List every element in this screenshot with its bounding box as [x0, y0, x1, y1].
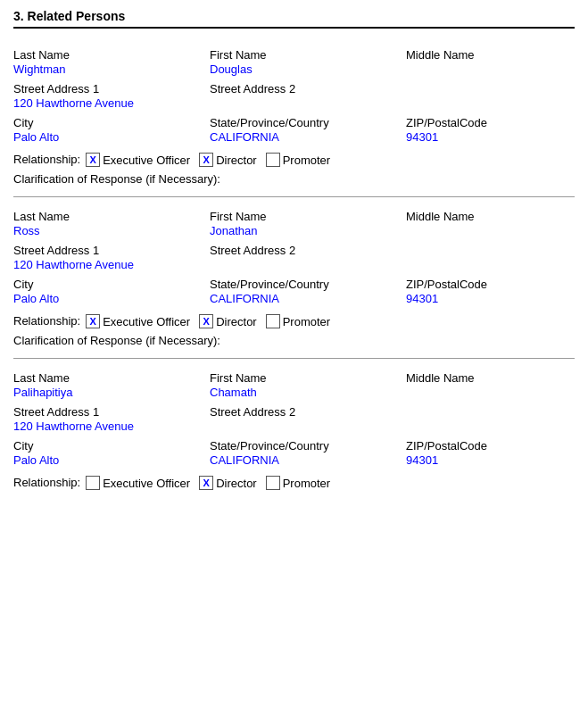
- name-row-3: Last Name Palihapitiya First Name Chamat…: [13, 371, 575, 403]
- city-state-row-3: City Palo Alto State/Province/Country CA…: [13, 439, 575, 470]
- director-checkbox-2[interactable]: X: [199, 314, 213, 328]
- section-header: 3. Related Persons: [13, 9, 575, 29]
- zip-value-1: 94301: [406, 130, 567, 144]
- name-row-1: Last Name Wightman First Name Douglas Mi…: [13, 48, 575, 80]
- city-value-1: Palo Alto: [13, 130, 210, 144]
- director-checkbox-3[interactable]: X: [199, 476, 213, 490]
- address-row-2: Street Address 1 120 Hawthorne Avenue St…: [13, 244, 575, 276]
- middle-name-label-2: Middle Name: [406, 210, 567, 223]
- city-state-row-2: City Palo Alto State/Province/Country CA…: [13, 278, 575, 309]
- last-name-label-1: Last Name: [13, 48, 210, 62]
- zip-label-1: ZIP/PostalCode: [406, 116, 567, 129]
- state-label-2: State/Province/Country: [210, 278, 406, 291]
- relationship-row-3: Relationship: Executive Officer X Direct…: [13, 476, 575, 490]
- state-value-3: CALIFORNIA: [210, 453, 406, 467]
- director-label-3: Director: [216, 477, 257, 490]
- street1-value-3: 120 Hawthorne Avenue: [13, 419, 210, 433]
- relationship-row-2: Relationship: X Executive Officer X Dire…: [13, 314, 575, 328]
- city-value-2: Palo Alto: [13, 292, 210, 305]
- executive-officer-label-2: Executive Officer: [103, 315, 190, 328]
- executive-officer-checkbox-3[interactable]: [86, 476, 100, 490]
- middle-name-value-2: [406, 224, 567, 238]
- address-row-3: Street Address 1 120 Hawthorne Avenue St…: [13, 405, 575, 437]
- executive-officer-label-1: Executive Officer: [103, 154, 190, 167]
- first-name-label-2: First Name: [210, 210, 406, 223]
- city-value-3: Palo Alto: [13, 453, 210, 467]
- street2-label-3: Street Address 2: [210, 405, 406, 419]
- middle-name-label-1: Middle Name: [406, 48, 567, 62]
- state-value-1: CALIFORNIA: [210, 130, 406, 144]
- first-name-value-3: Chamath: [210, 386, 406, 399]
- street1-value-1: 120 Hawthorne Avenue: [13, 96, 210, 110]
- director-checkbox-1[interactable]: X: [199, 153, 213, 167]
- city-state-row-1: City Palo Alto State/Province/Country CA…: [13, 116, 575, 147]
- street1-label-2: Street Address 1: [13, 244, 210, 257]
- relationship-label-1: Relationship:: [13, 153, 80, 166]
- first-name-label-1: First Name: [210, 48, 406, 62]
- section-title: 3. Related Persons: [13, 9, 575, 29]
- promoter-label-1: Promoter: [283, 154, 330, 167]
- executive-officer-checkbox-1[interactable]: X: [86, 153, 100, 167]
- street2-value-1: [210, 96, 406, 111]
- person-block-2: Last Name Ross First Name Jonathan Middl…: [13, 201, 575, 359]
- first-name-value-1: Douglas: [210, 62, 406, 76]
- street1-label-3: Street Address 1: [13, 405, 210, 419]
- promoter-checkbox-1[interactable]: [266, 153, 280, 167]
- middle-name-value-1: [406, 62, 567, 77]
- clarification-label-1: Clarification of Response (if Necessary)…: [13, 172, 575, 186]
- last-name-label-2: Last Name: [13, 210, 210, 223]
- relationship-label-2: Relationship:: [13, 314, 80, 328]
- last-name-value-2: Ross: [13, 224, 210, 237]
- promoter-checkbox-2[interactable]: [266, 314, 280, 328]
- executive-officer-label-3: Executive Officer: [103, 477, 190, 490]
- executive-officer-checkbox-2[interactable]: X: [86, 314, 100, 328]
- first-name-label-3: First Name: [210, 371, 406, 385]
- city-label-2: City: [13, 278, 210, 291]
- clarification-label-2: Clarification of Response (if Necessary)…: [13, 334, 575, 347]
- last-name-label-3: Last Name: [13, 371, 210, 385]
- city-label-3: City: [13, 439, 210, 453]
- last-name-value-3: Palihapitiya: [13, 386, 210, 399]
- director-label-2: Director: [216, 315, 257, 328]
- state-label-1: State/Province/Country: [210, 116, 406, 129]
- street2-label-1: Street Address 2: [210, 82, 406, 96]
- promoter-label-2: Promoter: [283, 315, 330, 328]
- city-label-1: City: [13, 116, 210, 129]
- director-label-1: Director: [216, 154, 257, 167]
- relationship-label-3: Relationship:: [13, 476, 80, 489]
- street1-label-1: Street Address 1: [13, 82, 210, 96]
- middle-name-value-3: [406, 386, 567, 400]
- street2-label-2: Street Address 2: [210, 244, 406, 257]
- last-name-value-1: Wightman: [13, 62, 210, 76]
- address-row-1: Street Address 1 120 Hawthorne Avenue St…: [13, 82, 575, 114]
- person-block-1: Last Name Wightman First Name Douglas Mi…: [13, 39, 575, 197]
- zip-value-3: 94301: [406, 453, 567, 467]
- middle-name-label-3: Middle Name: [406, 371, 567, 385]
- promoter-label-3: Promoter: [283, 477, 330, 490]
- street2-value-3: [210, 419, 406, 434]
- street2-value-2: [210, 258, 406, 272]
- first-name-value-2: Jonathan: [210, 224, 406, 237]
- zip-label-2: ZIP/PostalCode: [406, 278, 567, 291]
- state-label-3: State/Province/Country: [210, 439, 406, 453]
- state-value-2: CALIFORNIA: [210, 292, 406, 305]
- zip-value-2: 94301: [406, 292, 567, 305]
- relationship-row-1: Relationship: X Executive Officer X Dire…: [13, 153, 575, 167]
- promoter-checkbox-3[interactable]: [266, 476, 280, 490]
- name-row-2: Last Name Ross First Name Jonathan Middl…: [13, 210, 575, 242]
- zip-label-3: ZIP/PostalCode: [406, 439, 567, 453]
- street1-value-2: 120 Hawthorne Avenue: [13, 258, 210, 271]
- person-block-3: Last Name Palihapitiya First Name Chamat…: [13, 362, 575, 504]
